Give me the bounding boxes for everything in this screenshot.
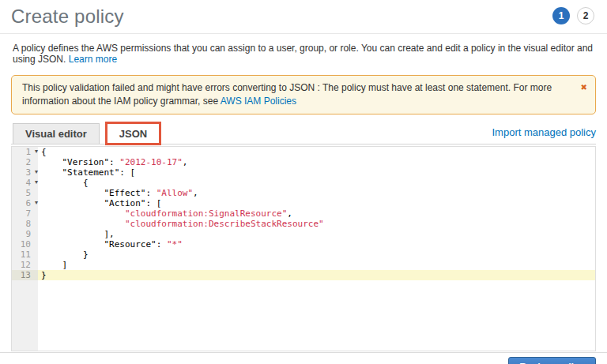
- step-indicator: 1 2: [552, 5, 596, 24]
- code-token-string: "*": [167, 239, 183, 250]
- line-number[interactable]: 1▾: [12, 147, 38, 157]
- code-token-string: "cloudformation:SignalResource": [125, 208, 287, 219]
- line-number[interactable]: 8: [12, 219, 38, 229]
- editor-line[interactable]: 1▾{: [12, 147, 595, 157]
- code-line[interactable]: "cloudformation:SignalResource",: [38, 208, 595, 219]
- fold-caret-icon[interactable]: ▾: [35, 146, 38, 156]
- page-title: Create policy: [11, 5, 124, 28]
- code-line[interactable]: "Resource": "*": [38, 239, 595, 250]
- line-number[interactable]: 12: [12, 260, 38, 270]
- editor-line[interactable]: 4▾ {: [12, 178, 595, 188]
- line-number[interactable]: 11: [12, 250, 38, 260]
- editor-line[interactable]: 13}: [12, 270, 595, 280]
- editor-line[interactable]: 11 }: [12, 250, 595, 260]
- editor-line[interactable]: 5 "Effect": "Allow",: [12, 188, 595, 198]
- line-number[interactable]: 4▾: [12, 178, 38, 188]
- code-token-string: "Allow": [156, 188, 193, 198]
- learn-more-link[interactable]: Learn more: [69, 54, 117, 65]
- code-token-plain: [41, 208, 125, 219]
- step-2-badge: 2: [577, 7, 594, 24]
- code-token-plain: }: [41, 270, 47, 280]
- editor-tabbar: Visual editor JSON Import managed policy: [11, 123, 596, 144]
- fold-caret-icon[interactable]: ▾: [35, 197, 38, 208]
- editor-line[interactable]: 7 "cloudformation:SignalResource",: [12, 208, 595, 219]
- page-header: Create policy 1 2: [11, 0, 596, 33]
- code-token-plain: {: [41, 178, 89, 188]
- code-line[interactable]: {: [38, 147, 595, 157]
- footer-actions: Cancel Review policy: [0, 352, 607, 364]
- editor-line[interactable]: 2 "Version": "2012-10-17",: [12, 157, 595, 167]
- header-divider: [0, 33, 607, 34]
- code-token-string: "2012-10-17": [119, 157, 182, 167]
- code-line[interactable]: ]: [38, 260, 595, 270]
- code-line[interactable]: }: [38, 250, 595, 260]
- import-managed-policy-link[interactable]: Import managed policy: [492, 126, 596, 138]
- code-line[interactable]: "Action": [: [38, 198, 595, 208]
- editor-line[interactable]: 10 "Resource": "*": [12, 239, 595, 250]
- aws-iam-policies-link[interactable]: AWS IAM Policies: [221, 96, 296, 107]
- tab-json[interactable]: JSON: [107, 123, 160, 144]
- code-line[interactable]: }: [38, 270, 595, 280]
- line-number[interactable]: 6▾: [12, 198, 38, 208]
- code-token-string: "cloudformation:DescribeStackResource": [125, 219, 324, 229]
- code-token-plain: ],: [41, 229, 115, 239]
- code-token-plain: "Statement": [: [41, 167, 135, 178]
- editor-line[interactable]: 6▾ "Action": [: [12, 198, 595, 208]
- editor-line[interactable]: 9 ],: [12, 229, 595, 239]
- line-number[interactable]: 10: [12, 239, 38, 250]
- fold-caret-icon[interactable]: ▾: [35, 177, 38, 187]
- code-token-plain: }: [41, 250, 89, 260]
- code-token-plain: {: [41, 147, 47, 157]
- line-number[interactable]: 9: [12, 229, 38, 239]
- code-line[interactable]: {: [38, 178, 595, 188]
- editor-line[interactable]: 3▾ "Statement": [: [12, 167, 595, 178]
- code-token-plain: "Version":: [41, 157, 119, 167]
- code-token-plain: ,: [287, 208, 292, 219]
- fold-caret-icon[interactable]: ▾: [35, 167, 38, 177]
- json-policy-editor[interactable]: 1▾{2 "Version": "2012-10-17",3▾ "Stateme…: [11, 146, 596, 351]
- editor-line[interactable]: 8 "cloudformation:DescribeStackResource": [12, 219, 595, 229]
- editor-lines: 1▾{2 "Version": "2012-10-17",3▾ "Stateme…: [12, 147, 595, 280]
- page-description: A policy defines the AWS permissions tha…: [13, 43, 594, 65]
- step-1-badge: 1: [552, 7, 570, 24]
- code-token-plain: "Action": [: [41, 198, 161, 208]
- editor-line[interactable]: 12 ]: [12, 260, 595, 270]
- tab-visual-editor[interactable]: Visual editor: [13, 123, 100, 144]
- cancel-button[interactable]: Cancel: [459, 362, 493, 364]
- close-icon[interactable]: ✖: [581, 81, 587, 94]
- line-number[interactable]: 7: [12, 208, 38, 219]
- code-token-plain: "Effect":: [41, 188, 156, 198]
- code-token-plain: ,: [193, 188, 198, 198]
- code-token-plain: ,: [183, 157, 188, 167]
- validation-alert: This policy validation failed and might …: [11, 75, 596, 114]
- line-number[interactable]: 13: [12, 270, 38, 280]
- code-line[interactable]: "Statement": [: [38, 167, 595, 178]
- code-line[interactable]: "cloudformation:DescribeStackResource": [38, 219, 595, 229]
- code-line[interactable]: "Effect": "Allow",: [38, 188, 595, 198]
- code-token-plain: [41, 219, 125, 229]
- code-line[interactable]: ],: [38, 229, 595, 239]
- review-policy-button[interactable]: Review policy: [508, 357, 596, 364]
- create-policy-page: Create policy 1 2 A policy defines the A…: [0, 0, 607, 364]
- code-token-plain: "Resource":: [41, 239, 167, 250]
- code-token-plain: ]: [41, 260, 67, 270]
- code-line[interactable]: "Version": "2012-10-17",: [38, 157, 595, 167]
